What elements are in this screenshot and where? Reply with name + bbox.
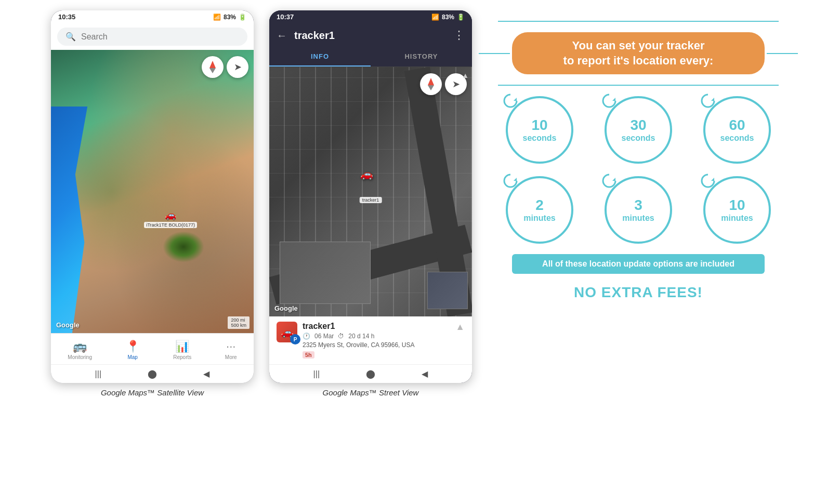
circle-60s-wrap: 60 seconds bbox=[703, 96, 771, 164]
interval-30s: 30 seconds bbox=[597, 96, 680, 164]
circle-60s-sub: seconds bbox=[720, 134, 754, 143]
info-panel-up-button[interactable]: ▲ bbox=[455, 322, 465, 333]
phone2-android-back[interactable]: ||| bbox=[313, 369, 320, 379]
circle-30s-sub: seconds bbox=[622, 134, 655, 143]
map-icon: 📍 bbox=[126, 340, 140, 353]
tracker-duration: 20 d 14 h bbox=[348, 333, 374, 340]
compass-north bbox=[209, 61, 216, 68]
more-icon: ··· bbox=[226, 340, 235, 353]
compass-south bbox=[209, 68, 216, 73]
android-home-button[interactable]: ⬤ bbox=[148, 369, 157, 379]
tracker-title: tracker1 bbox=[294, 30, 446, 42]
aerial-building1 bbox=[280, 242, 371, 304]
circle-10m-arrow bbox=[701, 174, 715, 188]
satellite-map[interactable]: ➤ 🚗 iTrack1TE BOLD(0177) Google 200 mi 5… bbox=[51, 50, 254, 333]
header-line1: You can set your tracker bbox=[524, 38, 752, 54]
nav-map[interactable]: 📍 Map bbox=[120, 338, 146, 362]
back-button[interactable]: ← bbox=[277, 30, 287, 42]
monitoring-label: Monitoring bbox=[68, 354, 92, 360]
aerial-tracker-label: tracker1 bbox=[360, 197, 382, 203]
nav-arrow-icon: ➤ bbox=[234, 61, 242, 73]
circle-2m-sub: minutes bbox=[523, 214, 555, 223]
search-wrapper[interactable]: 🔍 bbox=[57, 28, 247, 46]
parking-badge: P bbox=[290, 334, 300, 344]
info-header-banner: You can set your tracker to report it's … bbox=[512, 32, 765, 74]
search-bar: 🔍 bbox=[51, 23, 254, 50]
phone2-caption: Google Maps™ Street View bbox=[323, 388, 419, 397]
tracker-address: 2325 Myers St, Oroville, CA 95966, USA bbox=[303, 341, 450, 349]
more-menu-button[interactable]: ⋮ bbox=[453, 29, 465, 42]
scale-text: 200 mi bbox=[231, 317, 246, 323]
circle-3m-arrow bbox=[602, 174, 616, 188]
circle-3m-main: 3 bbox=[634, 197, 642, 214]
circle-30s-arrow bbox=[602, 94, 616, 108]
tracker-marker[interactable]: 🚗 iTrack1TE BOLD(0177) bbox=[144, 209, 197, 228]
phone1-signal: 📶 bbox=[213, 14, 221, 21]
clock-icon: 🕐 bbox=[303, 333, 310, 340]
tab-history[interactable]: HISTORY bbox=[371, 47, 472, 67]
aerial-google-logo: Google bbox=[274, 304, 298, 312]
interval-60s: 60 seconds bbox=[695, 96, 779, 164]
reports-label: Reports bbox=[173, 354, 191, 360]
tracker-meta: 🕐 06 Mar ⏱ 20 d 14 h bbox=[303, 333, 450, 340]
phone2-android-home[interactable]: ⬤ bbox=[366, 369, 375, 379]
tracker-icon-wrapper: 🚗 P bbox=[277, 322, 297, 342]
phone2-tabs: INFO HISTORY bbox=[269, 47, 472, 67]
phone2-mockup: 10:37 📶 83% 🔋 ← tracker1 ⋮ INFO HISTORY bbox=[269, 10, 472, 383]
google-logo: Google bbox=[56, 321, 80, 329]
android-back-button[interactable]: ||| bbox=[95, 369, 101, 379]
android-navigation-bar: ||| ⬤ ◀ bbox=[51, 364, 254, 383]
circle-10s-arrow bbox=[503, 94, 518, 108]
circle-3m-wrap: 3 minutes bbox=[605, 176, 672, 244]
phone2-time: 10:37 bbox=[277, 13, 294, 21]
phone2-android-recents[interactable]: ◀ bbox=[422, 369, 428, 379]
circle-10m-sub: minutes bbox=[721, 214, 753, 223]
svg-marker-0 bbox=[514, 98, 517, 101]
circle-30s-main: 30 bbox=[630, 117, 646, 134]
circle-10s-main: 10 bbox=[531, 117, 547, 134]
circle-30s-wrap: 30 seconds bbox=[605, 96, 672, 164]
no-extra-fees-text: NO EXTRA FEES! bbox=[574, 284, 703, 301]
nav-monitoring[interactable]: 🚌 Monitoring bbox=[61, 338, 98, 362]
phone2-signal: 📶 bbox=[431, 14, 439, 21]
svg-marker-3 bbox=[514, 178, 517, 181]
interval-2m: 2 minutes bbox=[498, 176, 581, 244]
aerial-map[interactable]: ➤ 🚗 tracker1 Google ▲ bbox=[269, 67, 472, 316]
compass-needle bbox=[209, 61, 216, 73]
aerial-compass-needle bbox=[428, 78, 434, 90]
circle-10s-wrap: 10 seconds bbox=[506, 96, 573, 164]
map-navigation-button[interactable]: ➤ bbox=[227, 56, 248, 78]
android-recents-button[interactable]: ◀ bbox=[203, 369, 209, 379]
svg-marker-4 bbox=[612, 178, 615, 181]
tab-info-label: INFO bbox=[311, 52, 329, 60]
circle-10s-sub: seconds bbox=[523, 134, 557, 143]
search-input[interactable] bbox=[81, 32, 239, 42]
aerial-compass[interactable] bbox=[420, 73, 442, 95]
circle-2m-arrow bbox=[503, 174, 518, 188]
aerial-car-marker: 🚗 bbox=[360, 168, 373, 180]
scale-text-km: 500 km bbox=[231, 323, 246, 328]
interval-3m: 3 minutes bbox=[597, 176, 680, 244]
timer-icon: ⏱ bbox=[338, 333, 344, 340]
circle-10m-main: 10 bbox=[729, 197, 745, 214]
phone2-header: ← tracker1 ⋮ bbox=[269, 23, 472, 47]
nav-reports[interactable]: 📊 Reports bbox=[167, 338, 198, 362]
phone2-status-bar: 10:37 📶 83% 🔋 bbox=[269, 10, 472, 23]
tracker-name: tracker1 bbox=[303, 322, 450, 331]
monitoring-icon: 🚌 bbox=[73, 340, 87, 353]
phone2-android-bar: ||| ⬤ ◀ bbox=[269, 364, 472, 383]
tab-history-label: HISTORY bbox=[404, 52, 438, 60]
reports-icon: 📊 bbox=[175, 340, 189, 353]
circle-2m-wrap: 2 minutes bbox=[506, 176, 573, 244]
more-label: More bbox=[225, 354, 237, 360]
panel-up-button[interactable]: ▲ bbox=[462, 71, 469, 79]
map-trees bbox=[163, 231, 204, 262]
map-terrain bbox=[51, 50, 254, 333]
tab-info[interactable]: INFO bbox=[269, 47, 371, 67]
map-scale: 200 mi 500 km bbox=[228, 316, 250, 329]
bottom-navigation: 🚌 Monitoring 📍 Map 📊 Reports ··· More bbox=[51, 333, 254, 364]
compass-button[interactable] bbox=[202, 56, 224, 78]
nav-more[interactable]: ··· More bbox=[219, 338, 243, 362]
map-label: Map bbox=[127, 354, 137, 360]
phone1-status-bar: 10:35 📶 83% 🔋 bbox=[51, 10, 254, 23]
